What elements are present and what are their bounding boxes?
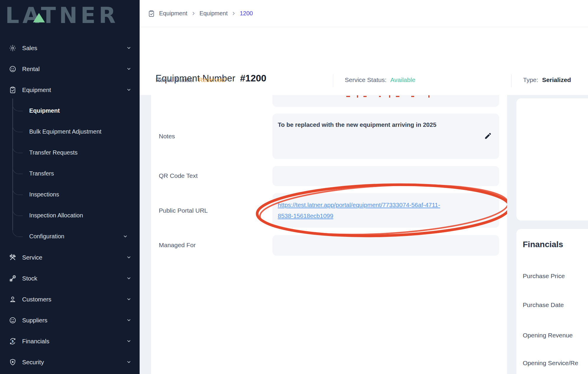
sidebar-item-label: Service [22,254,42,261]
tools-icon [9,254,17,261]
clipboard-check-icon [148,10,155,17]
clipped-field-box [272,95,499,107]
equipment-submenu: Equipment Bulk Equipment Adjustment Tran… [0,100,140,247]
public-portal-url-link[interactable]: https://test.latner.app/portal/equipment… [272,193,499,221]
financials-row-purchase-price: Purchase Price [523,273,565,280]
sidebar: LATNER Sales Rental [0,0,140,374]
equipment-number: #1200 [240,73,266,84]
clipped-red-text-fragment [357,95,358,98]
sidebar-subitem-bulk-equipment-adjustment[interactable]: Bulk Equipment Adjustment [0,121,140,142]
chevron-down-icon [126,255,131,260]
svg-text:$: $ [12,339,14,343]
sidebar-subitem-label: Transfer Requests [29,149,78,156]
page-header: Equipment Number #1200 Rental Status:Res… [140,27,588,95]
sidebar-item-sales[interactable]: Sales [0,37,140,58]
app-logo-text: LATNER [5,1,138,30]
sidebar-item-security[interactable]: Security [0,352,140,373]
public-portal-url-label: Public Portal URL [159,207,208,214]
app-logo: LATNER [5,1,138,30]
clipped-red-text-fragment [346,96,350,97]
chevron-down-icon [123,234,128,239]
sidebar-subitem-label: Configuration [29,233,64,240]
financials-row-purchase-date: Purchase Date [523,301,564,309]
sidebar-item-label: Equipment [22,86,51,94]
financials-title: Financials [523,240,563,249]
sidebar-subitem-label: Inspections [29,191,59,198]
chevron-down-icon [126,318,131,323]
public-portal-url-line2: 8538-15618ecb1099 [278,210,494,221]
notes-label: Notes [159,133,175,140]
clipped-red-text-fragment [379,96,381,97]
sidebar-item-rental[interactable]: Rental [0,58,140,79]
clipped-red-text-fragment [411,96,414,97]
sidebar-item-stock[interactable]: Stock [0,268,140,289]
sidebar-item-financials[interactable]: $ Financials [0,331,140,352]
service-status-value: Available [390,76,415,83]
status-divider [511,74,512,87]
currency-cycle-icon: $ [9,337,17,345]
sidebar-item-service[interactable]: Service [0,247,140,268]
clipped-red-text-fragment [428,95,429,98]
sidebar-subitem-label: Bulk Equipment Adjustment [29,128,102,135]
sidebar-item-label: Security [22,359,44,366]
face-icon [9,65,17,73]
sidebar-subitem-inspections[interactable]: Inspections [0,184,140,205]
sidebar-item-label: Rental [22,65,40,73]
face-icon [9,316,17,324]
logo-triangle-icon [33,13,45,22]
sidebar-item-label: Sales [22,45,37,52]
breadcrumb: Equipment Equipment 1200 [140,0,588,27]
chevron-down-icon [126,87,131,92]
service-status-label: Service Status: [345,76,386,83]
financials-row-opening-revenue: Opening Revenue [523,332,573,339]
clipped-red-text-fragment [396,96,399,97]
public-portal-url-field: https://test.latner.app/portal/equipment… [272,193,499,228]
chevron-down-icon [126,339,131,344]
sidebar-item-suppliers[interactable]: Suppliers [0,310,140,331]
type-value: Serialized [542,76,571,83]
sidebar-subitem-inspection-allocation[interactable]: Inspection Allocation [0,205,140,226]
clipped-red-text-fragment [363,96,367,97]
main-area: Equipment Equipment 1200 Equipment Numbe… [140,0,588,374]
breadcrumb-section[interactable]: Equipment [159,10,187,17]
sidebar-item-label: Suppliers [22,317,47,324]
shield-star-icon [9,358,17,366]
notes-value: To be replaced with the new equipment ar… [278,121,436,128]
sidebar-item-label: Financials [22,338,49,345]
sidebar-subitem-equipment[interactable]: Equipment [0,100,140,121]
qr-code-text-field [272,166,499,186]
chevron-down-icon [126,66,131,71]
breadcrumb-current: 1200 [240,10,253,17]
status-divider [333,74,333,87]
chevron-down-icon [126,360,131,365]
rental-status-value: Reserved [198,76,225,83]
public-portal-url-line1: https://test.latner.app/portal/equipment… [278,199,494,210]
sidebar-item-equipment[interactable]: Equipment [0,79,140,100]
rental-status: Rental Status:Reserved [156,76,225,83]
sidebar-subitem-label: Transfers [29,170,54,177]
network-icon [9,44,17,52]
sidebar-subitem-transfers[interactable]: Transfers [0,163,140,184]
clipboard-check-icon [9,86,17,94]
edit-pencil-icon[interactable] [484,132,492,140]
sidebar-item-label: Customers [22,296,51,303]
chevron-down-icon [126,45,131,50]
qr-code-text-label: QR Code Text [159,172,198,179]
sidebar-subitem-transfer-requests[interactable]: Transfer Requests [0,142,140,163]
clipped-red-text-fragment [389,95,390,98]
breadcrumb-page[interactable]: Equipment [200,10,228,17]
sidebar-subitem-label: Inspection Allocation [29,212,83,219]
financials-row-opening-service: Opening Service/Re [523,360,578,367]
managed-for-label: Managed For [159,242,196,249]
sidebar-nav: Sales Rental Equipment [0,37,140,373]
side-panel-card [516,98,588,221]
equipment-details-card: Notes To be replaced with the new equipm… [151,95,507,374]
type-status: Type:Serialized [523,76,571,83]
type-label: Type: [523,76,538,83]
notes-field: To be replaced with the new equipment ar… [272,114,499,159]
content-scroll-area[interactable]: Notes To be replaced with the new equipm… [140,95,588,374]
chevron-right-icon [231,11,236,16]
sidebar-subitem-configuration[interactable]: Configuration [0,226,140,247]
person-icon [9,296,17,303]
sidebar-item-customers[interactable]: Customers [0,289,140,310]
